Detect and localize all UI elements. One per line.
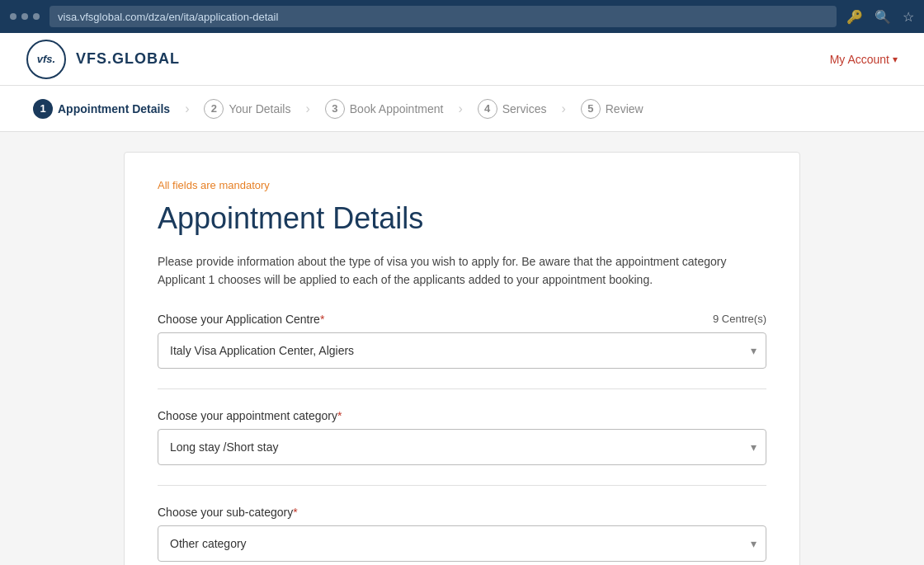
- field-header-category: Choose your appointment category*: [158, 409, 766, 422]
- main-content: All fields are mandatory Appointment Det…: [0, 132, 924, 565]
- centre-count: 9 Centre(s): [713, 313, 766, 325]
- divider-1: [158, 388, 766, 389]
- sub-category-wrapper: Other category Tourism Business Family v…: [158, 525, 766, 562]
- dot-2: [21, 13, 28, 20]
- step-5[interactable]: 5 Review: [574, 99, 650, 119]
- appointment-category-label: Choose your appointment category*: [158, 409, 342, 422]
- logo-icon: vfs.: [26, 40, 66, 79]
- step-1-num: 1: [33, 99, 53, 119]
- appointment-category-wrapper: Long stay /Short stay Long stay Short st…: [158, 429, 766, 465]
- logo-vfs-text: vfs.: [37, 53, 55, 65]
- sub-category-label: Choose your sub-category*: [158, 506, 298, 519]
- step-3[interactable]: 3 Book Appointment: [318, 99, 450, 119]
- step-2-label: Your Details: [229, 102, 290, 115]
- browser-bar: visa.vfsglobal.com/dza/en/ita/applicatio…: [0, 0, 924, 33]
- url-text: visa.vfsglobal.com/dza/en/ita/applicatio…: [58, 11, 278, 23]
- step-4-label: Services: [502, 102, 547, 115]
- window-controls: [10, 13, 40, 20]
- my-account-caret: ▾: [893, 54, 898, 65]
- step-2-num: 2: [204, 99, 224, 119]
- application-centre-label: Choose your Application Centre*: [158, 313, 324, 326]
- step-1[interactable]: 1 Appointment Details: [26, 99, 177, 119]
- form-description: Please provide information about the typ…: [158, 252, 766, 290]
- form-title: Appointment Details: [158, 201, 766, 236]
- step-4-num: 4: [478, 99, 497, 119]
- star-icon[interactable]: ☆: [903, 9, 914, 25]
- brand-name: VFS.GLOBAL: [76, 50, 180, 68]
- header: vfs. VFS.GLOBAL My Account ▾: [0, 33, 924, 86]
- address-bar[interactable]: visa.vfsglobal.com/dza/en/ita/applicatio…: [50, 6, 837, 27]
- sub-category-group: Choose your sub-category* Other category…: [158, 506, 766, 562]
- application-centre-group: Choose your Application Centre* 9 Centre…: [158, 313, 766, 369]
- step-3-num: 3: [325, 99, 345, 119]
- divider-2: [158, 485, 766, 486]
- separator-4: ›: [559, 101, 567, 116]
- field-header-centre: Choose your Application Centre* 9 Centre…: [158, 313, 766, 326]
- browser-actions: 🔑 🔍 ☆: [846, 9, 914, 25]
- required-star-subcategory: *: [293, 506, 297, 519]
- search-icon[interactable]: 🔍: [874, 9, 891, 25]
- sub-category-select[interactable]: Other category Tourism Business Family v…: [158, 525, 766, 562]
- mandatory-note: All fields are mandatory: [158, 179, 766, 191]
- key-icon[interactable]: 🔑: [846, 9, 863, 25]
- logo-area: vfs. VFS.GLOBAL: [26, 40, 180, 79]
- my-account-label: My Account: [830, 53, 889, 66]
- separator-1: ›: [183, 101, 191, 116]
- appointment-category-select[interactable]: Long stay /Short stay Long stay Short st…: [158, 429, 766, 465]
- required-star-category: *: [337, 409, 342, 422]
- step-3-label: Book Appointment: [350, 102, 444, 115]
- step-4[interactable]: 4 Services: [471, 99, 554, 119]
- step-5-label: Review: [606, 102, 644, 115]
- separator-2: ›: [304, 101, 311, 116]
- step-2[interactable]: 2 Your Details: [197, 99, 297, 119]
- stepper: 1 Appointment Details › 2 Your Details ›…: [0, 86, 924, 132]
- form-card: All fields are mandatory Appointment Det…: [124, 152, 800, 565]
- my-account-button[interactable]: My Account ▾: [830, 53, 898, 66]
- dot-3: [33, 13, 40, 20]
- application-centre-wrapper: Italy Visa Application Center, Algiers I…: [158, 332, 766, 369]
- step-5-num: 5: [581, 99, 601, 119]
- appointment-category-group: Choose your appointment category* Long s…: [158, 409, 766, 465]
- dot-1: [10, 13, 16, 20]
- application-centre-select[interactable]: Italy Visa Application Center, Algiers I…: [158, 332, 766, 369]
- step-1-label: Appointment Details: [58, 102, 170, 115]
- required-star-centre: *: [320, 313, 324, 326]
- field-header-subcategory: Choose your sub-category*: [158, 506, 766, 519]
- separator-3: ›: [456, 101, 464, 116]
